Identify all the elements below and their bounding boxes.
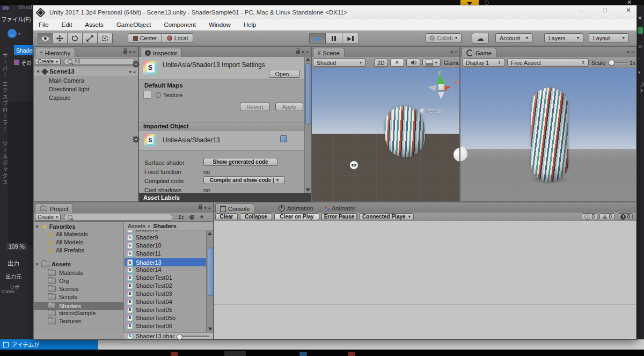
- clear-button[interactable]: Clear: [215, 213, 238, 220]
- space-toggle-button[interactable]: Local: [162, 33, 193, 43]
- error-count-badge[interactable]: ! 0: [618, 213, 633, 220]
- assets-header[interactable]: ▼ Assets: [35, 261, 71, 267]
- zoom-slider-knob[interactable]: [177, 334, 182, 340]
- inspector-panel-menu[interactable]: ▾≡: [296, 49, 309, 55]
- menu-gameobject[interactable]: GameObject: [116, 21, 151, 28]
- project-search-input[interactable]: [64, 214, 173, 221]
- tab-scene[interactable]: # Scene: [313, 48, 345, 57]
- file-row[interactable]: SShaderTest02: [127, 282, 172, 289]
- file-row-partial[interactable]: SShader8: [127, 230, 158, 233]
- rect-tool-button[interactable]: [98, 33, 113, 44]
- file-row-selected[interactable]: SShader13: [125, 258, 206, 266]
- compile-and-show-code-button[interactable]: Compile and show code | ▾: [203, 176, 285, 184]
- layers-button[interactable]: Layers ▾: [544, 33, 583, 43]
- cloud-button[interactable]: ☁: [472, 33, 489, 43]
- file-row[interactable]: SShader11: [127, 250, 161, 257]
- info-count-badge[interactable]: ! 0: [582, 213, 597, 220]
- hierarchy-create-button[interactable]: Create ▾: [35, 58, 61, 65]
- scroll-down-icon[interactable]: [306, 188, 310, 192]
- error-pause-button[interactable]: Error Pause: [321, 213, 357, 220]
- folder-scenes[interactable]: Scenes: [48, 286, 79, 292]
- foldout-icon[interactable]: ▼: [36, 69, 40, 74]
- step-button[interactable]: ▶: [342, 33, 359, 44]
- tab-project[interactable]: Project: [35, 204, 73, 213]
- menu-help[interactable]: Help: [244, 21, 257, 28]
- warning-count-badge[interactable]: 0: [599, 213, 614, 220]
- vs-doc-tab-shader[interactable]: Shader: [14, 45, 33, 55]
- favorite-all-materials[interactable]: All Materials: [48, 231, 88, 237]
- menu-component[interactable]: Component: [164, 21, 195, 28]
- right-caret-icon[interactable]: ▾: [638, 70, 641, 75]
- taskbar-icon[interactable]: [224, 351, 246, 356]
- show-generated-code-button[interactable]: Show generated code: [203, 158, 277, 166]
- aspect-dropdown[interactable]: Free Aspect ⇕: [507, 59, 589, 67]
- persp-label-row[interactable]: Persp: [419, 107, 442, 114]
- axis-neg-y-cone[interactable]: [438, 92, 444, 99]
- favorite-filter-icon[interactable]: ★: [199, 213, 204, 220]
- clear-on-play-button[interactable]: Clear on Play: [274, 213, 319, 220]
- breadcrumb-leaf[interactable]: Shaders: [153, 223, 177, 229]
- taskbar-icon[interactable]: [299, 352, 307, 356]
- tab-console[interactable]: Console: [215, 204, 254, 213]
- gizmos-dropdown[interactable]: Gizmos: [444, 60, 459, 67]
- scrollbar-thumb[interactable]: [208, 248, 214, 296]
- right-close-icon[interactable]: ✕: [638, 15, 642, 21]
- thumbnail-zoom-slider[interactable]: [178, 336, 209, 337]
- collapse-button[interactable]: Collapse: [240, 213, 272, 220]
- asset-labels-bar[interactable]: Asset Labels: [139, 193, 311, 202]
- tab-game[interactable]: Game: [462, 48, 496, 57]
- label-filter-icon[interactable]: [188, 214, 195, 220]
- inspector-scrollbar[interactable]: [304, 57, 311, 193]
- revert-button[interactable]: Revert: [240, 103, 270, 111]
- menu-assets[interactable]: Assets: [85, 21, 104, 28]
- folder-shaders[interactable]: Shaders: [34, 302, 124, 310]
- vs-back-button[interactable]: ←: [8, 29, 17, 38]
- folder-textures[interactable]: Textures: [48, 318, 82, 324]
- gear-icon[interactable]: [134, 62, 138, 67]
- connected-player-dropdown[interactable]: Connected Playe ▾: [359, 213, 414, 220]
- minimize-button[interactable]: –: [573, 6, 589, 16]
- collab-button[interactable]: ✓ Collab ▾: [425, 33, 462, 43]
- scene-panel-menu[interactable]: ▾≡: [450, 49, 457, 55]
- tab-hierarchy[interactable]: ≡ Hierarchy: [35, 48, 75, 57]
- file-row[interactable]: SShaderTest05b: [127, 315, 175, 321]
- scene-eye-gizmo-icon[interactable]: [349, 161, 358, 170]
- axis-z-cone[interactable]: [427, 84, 436, 91]
- scene-row-menu[interactable]: ▾≡: [129, 69, 136, 75]
- file-list-scrollbar[interactable]: [206, 230, 213, 332]
- maximize-button[interactable]: □: [597, 6, 613, 16]
- vs-back-caret[interactable]: ▾: [18, 31, 20, 36]
- hierarchy-item-directional-light[interactable]: Directional light: [49, 86, 89, 92]
- move-tool-button[interactable]: [53, 33, 68, 44]
- file-row[interactable]: SShaderTest01: [127, 274, 172, 281]
- hierarchy-content[interactable]: ▼ Scene13 ▾≡ Main Camera Directional lig…: [34, 66, 138, 201]
- file-row[interactable]: SShaderTest03: [127, 290, 172, 297]
- file-row[interactable]: SShaderTest06: [127, 323, 172, 329]
- foldout-icon[interactable]: ▼: [35, 262, 39, 267]
- tab-animator[interactable]: Animator: [320, 204, 360, 213]
- hierarchy-search-input[interactable]: All: [64, 58, 135, 65]
- vs-menu-file[interactable]: ファイル(F): [1, 15, 31, 23]
- open-button[interactable]: Open...: [269, 70, 300, 78]
- scale-slider[interactable]: [610, 62, 628, 63]
- breadcrumb-root[interactable]: Assets: [128, 223, 145, 229]
- file-row[interactable]: SShaderTest05: [127, 307, 172, 313]
- play-button[interactable]: ▶: [309, 33, 326, 44]
- scene-viewport[interactable]: y z x Persp: [312, 68, 459, 201]
- hierarchy-scene-row[interactable]: ▼ Scene13 ▾≡: [34, 67, 138, 76]
- file-row[interactable]: SShader14: [127, 266, 162, 273]
- vs-doc-tab-misc[interactable]: その: [14, 58, 33, 67]
- file-row[interactable]: SShader9: [127, 234, 158, 241]
- folder-scripts[interactable]: Scripts: [48, 294, 77, 300]
- project-panel-menu[interactable]: ▾≡: [199, 205, 211, 210]
- gear-icon[interactable]: [134, 137, 138, 142]
- scroll-up-icon[interactable]: [306, 58, 310, 61]
- tab-animation[interactable]: Animation: [274, 204, 318, 213]
- tab-inspector[interactable]: i Inspector: [140, 48, 182, 57]
- scroll-down-icon[interactable]: [208, 328, 213, 331]
- right-close2-icon[interactable]: ✕: [638, 44, 642, 49]
- hierarchy-panel-menu[interactable]: ▾≡: [123, 49, 136, 55]
- apply-button[interactable]: Apply: [275, 103, 303, 111]
- console-detail-area[interactable]: [214, 304, 636, 339]
- pivot-toggle-button[interactable]: Center: [128, 33, 162, 43]
